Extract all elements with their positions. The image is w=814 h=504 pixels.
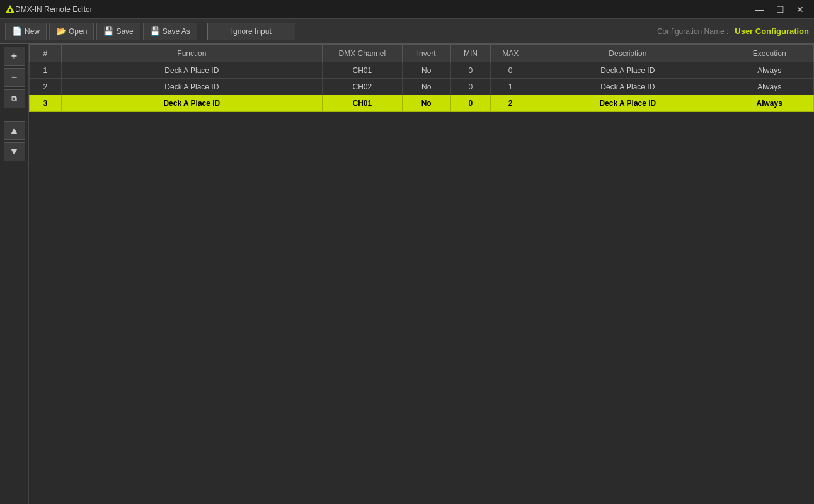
- app-title: DMX-IN Remote Editor: [15, 5, 751, 14]
- new-icon: 📄: [12, 26, 22, 36]
- save-as-icon: 💾: [150, 26, 160, 36]
- move-down-button[interactable]: ▼: [4, 142, 25, 161]
- col-header-execution: Execution: [725, 45, 814, 62]
- config-label: Configuration Name :: [657, 27, 728, 36]
- cell-invert: No: [402, 95, 450, 112]
- cell-execution: Always: [725, 79, 814, 95]
- open-icon: 📂: [56, 26, 66, 36]
- table-row[interactable]: 1Deck A Place IDCH01No00Deck A Place IDA…: [30, 62, 814, 79]
- open-button[interactable]: 📂 Open: [49, 23, 94, 40]
- content-area: # Function DMX Channel Invert MIN MAX De…: [29, 44, 814, 504]
- col-header-description: Description: [530, 45, 725, 62]
- cell-function: Deck A Place ID: [61, 79, 323, 95]
- cell-function: Deck A Place ID: [61, 95, 323, 112]
- col-header-invert: Invert: [402, 45, 450, 62]
- move-up-button[interactable]: ▲: [4, 121, 25, 140]
- cell-num: 1: [30, 62, 62, 79]
- cell-invert: No: [402, 62, 450, 79]
- table-header-row: # Function DMX Channel Invert MIN MAX De…: [30, 45, 814, 62]
- toolbar: 📄 New 📂 Open 💾 Save 💾 Save As Ignore Inp…: [0, 19, 814, 44]
- cell-description: Deck A Place ID: [530, 95, 725, 112]
- cell-description: Deck A Place ID: [530, 62, 725, 79]
- cell-max: 2: [491, 95, 530, 112]
- remove-row-button[interactable]: −: [4, 68, 25, 87]
- app-logo-icon: [5, 4, 15, 14]
- table-row[interactable]: 2Deck A Place IDCH02No01Deck A Place IDA…: [30, 79, 814, 95]
- cell-min: 0: [450, 95, 490, 112]
- save-as-button[interactable]: 💾 Save As: [143, 23, 197, 40]
- cell-num: 2: [30, 79, 62, 95]
- copy-row-button[interactable]: ⧉: [4, 89, 25, 108]
- add-row-button[interactable]: +: [4, 47, 25, 66]
- cell-dmx: CH01: [323, 62, 402, 79]
- main-layout: + − ⧉ ▲ ▼ # Function DMX Channel: [0, 44, 814, 504]
- cell-max: 1: [491, 79, 530, 95]
- col-header-num: #: [30, 45, 62, 62]
- data-table: # Function DMX Channel Invert MIN MAX De…: [29, 44, 814, 112]
- config-name: User Configuration: [735, 26, 809, 36]
- cell-min: 0: [450, 79, 490, 95]
- maximize-button[interactable]: ☐: [771, 3, 789, 16]
- close-button[interactable]: ✕: [791, 3, 809, 16]
- cell-num: 3: [30, 95, 62, 112]
- svg-rect-1: [9, 9, 11, 12]
- cell-execution: Always: [725, 95, 814, 112]
- cell-dmx: CH01: [323, 95, 402, 112]
- col-header-max: MAX: [491, 45, 530, 62]
- cell-function: Deck A Place ID: [61, 62, 323, 79]
- sidebar: + − ⧉ ▲ ▼: [0, 44, 29, 504]
- col-header-min: MIN: [450, 45, 490, 62]
- cell-dmx: CH02: [323, 79, 402, 95]
- save-icon: 💾: [103, 26, 113, 36]
- col-header-dmx: DMX Channel: [323, 45, 402, 62]
- cell-min: 0: [450, 62, 490, 79]
- cell-invert: No: [402, 79, 450, 95]
- cell-max: 0: [491, 62, 530, 79]
- table-row[interactable]: 3Deck A Place IDCH01No02Deck A Place IDA…: [30, 95, 814, 112]
- col-header-function: Function: [61, 45, 323, 62]
- save-button[interactable]: 💾 Save: [96, 23, 140, 40]
- window-controls: — ☐ ✕: [751, 3, 809, 16]
- minimize-button[interactable]: —: [751, 3, 769, 16]
- ignore-input-button[interactable]: Ignore Input: [207, 23, 295, 40]
- title-bar: DMX-IN Remote Editor — ☐ ✕: [0, 0, 814, 19]
- cell-execution: Always: [725, 62, 814, 79]
- cell-description: Deck A Place ID: [530, 79, 725, 95]
- new-button[interactable]: 📄 New: [5, 23, 47, 40]
